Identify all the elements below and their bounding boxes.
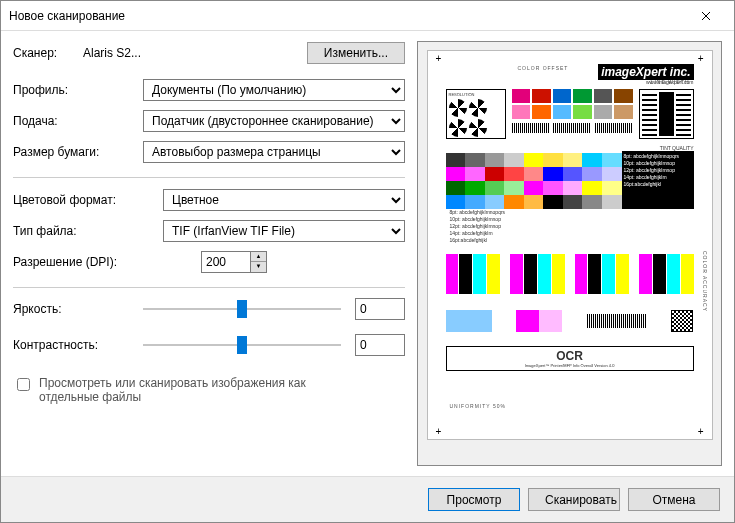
change-scanner-button[interactable]: Изменить... bbox=[307, 42, 405, 64]
filetype-select[interactable]: TIF (IrfanView TIF File) bbox=[163, 220, 405, 242]
brightness-label: Яркость: bbox=[13, 302, 143, 316]
chevron-up-icon[interactable]: ▲ bbox=[251, 252, 266, 263]
separate-files-label: Просмотреть или сканировать изображения … bbox=[39, 376, 319, 404]
settings-panel: Сканер: Alaris S2... Изменить... Профиль… bbox=[13, 41, 405, 466]
pv-swatches bbox=[512, 89, 633, 139]
pv-brand: imageXpert inc. bbox=[446, 65, 694, 79]
dialog-footer: Просмотр Сканировать Отмена bbox=[1, 476, 734, 522]
close-button[interactable] bbox=[686, 2, 726, 30]
preview-page: + + + + COLOR OFFSET imageXpert inc. www… bbox=[427, 50, 713, 440]
pv-textsample: 8pt: abcdefghijklmnopqrs 10pt: abcdefghi… bbox=[622, 151, 694, 209]
title-bar: Новое сканирование bbox=[1, 1, 734, 31]
pv-tint-section: TINT QUALITY 8pt: abcdefghijklmnopqrs 10… bbox=[446, 145, 694, 244]
source-label: Подача: bbox=[13, 114, 143, 128]
brightness-slider[interactable] bbox=[143, 299, 341, 319]
preview-panel: + + + + COLOR OFFSET imageXpert inc. www… bbox=[417, 41, 722, 466]
separate-files-checkbox[interactable] bbox=[17, 378, 30, 391]
pv-ocr-box: OCR ImageXpert™ Printer/MFP Info Overall… bbox=[446, 346, 694, 371]
pv-offset-bars bbox=[446, 254, 694, 294]
preview-button[interactable]: Просмотр bbox=[428, 488, 520, 511]
scan-button[interactable]: Сканировать bbox=[528, 488, 620, 511]
pv-resolution-box: RESOLUTION bbox=[446, 89, 506, 139]
color-format-label: Цветовой формат: bbox=[13, 193, 163, 207]
window-title: Новое сканирование bbox=[9, 9, 686, 23]
scanner-row: Сканер: Alaris S2... Изменить... bbox=[13, 41, 405, 64]
dpi-spinner[interactable]: ▲▼ bbox=[251, 251, 267, 273]
contrast-value[interactable] bbox=[355, 334, 405, 356]
source-select[interactable]: Податчик (двустороннее сканирование) bbox=[143, 110, 405, 132]
paper-label: Размер бумаги: bbox=[13, 145, 143, 159]
pv-color-offset-label: COLOR OFFSET bbox=[518, 65, 569, 71]
dialog-window: Новое сканирование Сканер: Alaris S2... … bbox=[0, 0, 735, 523]
color-format-select[interactable]: Цветное bbox=[163, 189, 405, 211]
qr-icon bbox=[671, 310, 693, 332]
pv-linewidth-box: LINE WIDTH bbox=[639, 89, 694, 139]
chevron-down-icon[interactable]: ▼ bbox=[251, 262, 266, 272]
separator bbox=[13, 177, 405, 178]
scanner-name: Alaris S2... bbox=[83, 46, 141, 60]
contrast-slider[interactable] bbox=[143, 335, 341, 355]
dpi-label: Разрешение (DPI): bbox=[13, 255, 163, 269]
cancel-button[interactable]: Отмена bbox=[628, 488, 720, 511]
brightness-value[interactable] bbox=[355, 298, 405, 320]
dpi-input[interactable] bbox=[201, 251, 251, 273]
contrast-label: Контрастность: bbox=[13, 338, 143, 352]
filetype-label: Тип файла: bbox=[13, 224, 163, 238]
profile-label: Профиль: bbox=[13, 83, 143, 97]
profile-select[interactable]: Документы (По умолчанию) bbox=[143, 79, 405, 101]
close-icon bbox=[701, 11, 711, 21]
pv-misc-row bbox=[446, 308, 694, 334]
separator bbox=[13, 287, 405, 288]
paper-size-select[interactable]: Автовыбор размера страницы bbox=[143, 141, 405, 163]
